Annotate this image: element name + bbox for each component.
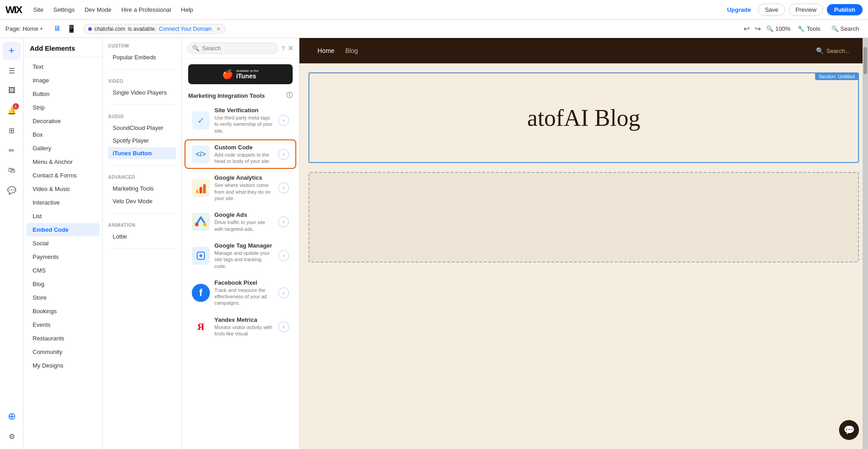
add-panel-item-box[interactable]: Box <box>26 128 100 141</box>
tool-item-yandex-metrica[interactable]: Я Yandex Metrica Monitor visitor activit… <box>185 312 296 342</box>
desktop-icon[interactable]: 🖥 <box>52 24 62 34</box>
add-panel-item-store[interactable]: Store <box>26 291 100 304</box>
site-search[interactable]: 🔍 Search... <box>816 47 850 54</box>
search-input[interactable] <box>202 45 274 52</box>
add-panel-item-video-&-music[interactable]: Video & Music <box>26 182 100 196</box>
add-panel-item-restaurants[interactable]: Restaurants <box>26 332 100 345</box>
nav-site[interactable]: Site <box>29 5 48 15</box>
add-panel-item-events[interactable]: Events <box>26 318 100 331</box>
domain-bar-close-icon[interactable]: ✕ <box>216 26 221 32</box>
scrollbar[interactable] <box>863 38 868 449</box>
tools-button[interactable]: 🔧 Tools <box>794 24 824 33</box>
undo-button[interactable]: ↩ <box>742 24 751 34</box>
rail-bottom: ⊕ ⚙ <box>3 407 21 449</box>
tool-item-facebook-pixel[interactable]: f Facebook Pixel Track and measure the e… <box>185 275 296 311</box>
site-nav-home[interactable]: Home <box>318 47 334 54</box>
search-button-top[interactable]: 🔍 Search <box>828 24 863 33</box>
tool-arrow-icon[interactable]: › <box>278 182 289 193</box>
add-panel-item-contact-&-forms[interactable]: Contact & Forms <box>26 169 100 182</box>
publish-button[interactable]: Publish <box>827 4 863 15</box>
add-panel-item-community[interactable]: Community <box>26 345 100 358</box>
add-panel-item-gallery[interactable]: Gallery <box>26 142 100 155</box>
save-button[interactable]: Save <box>758 4 785 16</box>
upgrade-button[interactable]: Upgrade <box>723 5 754 15</box>
add-panel-item-button[interactable]: Button <box>26 87 100 100</box>
add-panel-item-social[interactable]: Social <box>26 237 100 250</box>
search-box[interactable]: 🔍 <box>187 43 279 54</box>
close-icon[interactable]: ✕ <box>288 44 294 53</box>
add-panel-item-image[interactable]: Image <box>26 74 100 87</box>
add-panel-item-blog[interactable]: Blog <box>26 277 100 291</box>
tool-arrow-icon[interactable]: › <box>278 149 289 160</box>
mobile-icon[interactable]: 📱 <box>65 24 78 34</box>
tool-item-custom-code[interactable]: </> Custom Code Add code snippets to the… <box>185 139 296 169</box>
mid-item-lottie[interactable]: Lottie <box>108 230 176 243</box>
add-panel-item-bookings[interactable]: Bookings <box>26 305 100 318</box>
redo-button[interactable]: ↪ <box>753 24 763 34</box>
mid-section-animation: ANIMATIONLottie <box>103 217 181 245</box>
canvas-area[interactable]: Home Blog 🔍 Search... Section: Untitled … <box>299 38 868 449</box>
blog-section: Section: Untitled atofAI Blog <box>308 72 859 163</box>
add-panel-item-strip[interactable]: Strip <box>26 101 100 114</box>
rail-notifications-icon[interactable]: 🔔 1 <box>3 101 21 119</box>
add-panel-item-cms[interactable]: CMS <box>26 264 100 277</box>
add-elements-panel: Add Elements TextImageButtonStripDecorat… <box>24 38 103 449</box>
rail-pages-icon[interactable]: ☰ <box>3 62 21 80</box>
chat-button[interactable]: 💬 <box>839 420 859 440</box>
help-icon[interactable]: ? <box>281 45 285 52</box>
zoom-indicator[interactable]: 🔍 100% <box>766 25 790 32</box>
marketing-info-icon[interactable]: ⓘ <box>286 91 293 100</box>
nav-help[interactable]: Help <box>176 5 198 15</box>
site-nav-blog[interactable]: Blog <box>345 47 358 54</box>
page-selector[interactable]: Page: Home ▾ <box>5 25 43 32</box>
rail-wix-app-icon[interactable]: ⊕ <box>3 407 21 425</box>
add-panel-item-my-designs[interactable]: My Designs <box>26 359 100 372</box>
mid-item-popular-embeds[interactable]: Popular Embeds <box>108 51 176 63</box>
nav-settings[interactable]: Settings <box>49 5 79 15</box>
mid-item-itunes-button[interactable]: iTunes Button <box>108 147 176 159</box>
tools-list: ✓ Site Verification Use third party meta… <box>182 102 299 341</box>
mid-item-spotify-player[interactable]: Spotify Player <box>108 134 176 147</box>
rail-apps-icon[interactable]: ⊞ <box>3 121 21 139</box>
tool-arrow-icon[interactable]: › <box>278 216 289 227</box>
site-search-placeholder: Search... <box>826 48 850 54</box>
mid-item-marketing-tools[interactable]: Marketing Tools <box>108 182 176 195</box>
mid-section-advanced: ADVANCEDMarketing ToolsVelo Dev Mode <box>103 169 181 210</box>
rail-settings-icon[interactable]: ⚙ <box>3 427 21 445</box>
add-panel-item-decorative[interactable]: Decorative <box>26 115 100 128</box>
add-panel-item-payments[interactable]: Payments <box>26 250 100 263</box>
add-panel-item-menu-&-anchor[interactable]: Menu & Anchor <box>26 155 100 168</box>
preview-button[interactable]: Preview <box>789 4 823 16</box>
tool-name: Google Analytics <box>214 174 274 181</box>
topbar: WIX Site Settings Dev Mode Hire a Profes… <box>0 0 868 20</box>
mid-item-soundcloud-player[interactable]: SoundCloud Player <box>108 122 176 134</box>
tool-item-google-ads[interactable]: Google Ads Drive traffic to your site wi… <box>185 207 296 237</box>
rail-chat-icon[interactable]: 💬 <box>3 181 21 199</box>
connect-domain-link[interactable]: Connect Your Domain <box>159 26 212 32</box>
page-name: Home <box>23 25 38 32</box>
rail-add-icon[interactable]: + <box>3 42 21 60</box>
tool-arrow-icon[interactable]: › <box>278 115 289 126</box>
mid-item-velo-dev-mode[interactable]: Velo Dev Mode <box>108 195 176 207</box>
nav-hire[interactable]: Hire a Professional <box>117 5 175 15</box>
add-panel-item-interactive[interactable]: Interactive <box>26 196 100 209</box>
scrollbar-thumb[interactable] <box>863 47 867 74</box>
add-panel-item-list[interactable]: List <box>26 210 100 223</box>
undo-redo: ↩ ↪ <box>742 24 763 34</box>
rail-media-icon[interactable]: 🖼 <box>3 81 21 100</box>
tool-item-google-tag-manager[interactable]: Google Tag Manager Manage and update you… <box>185 238 296 274</box>
tool-arrow-icon[interactable]: › <box>278 287 289 298</box>
tool-arrow-icon[interactable]: › <box>278 321 289 332</box>
mid-item-single-video-players[interactable]: Single Video Players <box>108 86 176 99</box>
tool-item-google-analytics[interactable]: Google Analytics See where visitors come… <box>185 170 296 206</box>
tool-arrow-icon[interactable]: › <box>278 250 289 261</box>
page-label: Page: <box>5 25 21 32</box>
mid-divider <box>108 105 176 105</box>
nav-dev-mode[interactable]: Dev Mode <box>80 5 116 15</box>
add-panel-item-text[interactable]: Text <box>26 60 100 73</box>
itunes-banner[interactable]: 🍎 Available on the iTunes <box>188 64 293 84</box>
tool-item-site-verification[interactable]: ✓ Site Verification Use third party meta… <box>185 102 296 139</box>
add-panel-item-embed-code[interactable]: Embed Code <box>26 223 100 236</box>
rail-store-icon[interactable]: 🛍 <box>3 161 21 179</box>
rail-blog-icon[interactable]: ✏ <box>3 141 21 159</box>
